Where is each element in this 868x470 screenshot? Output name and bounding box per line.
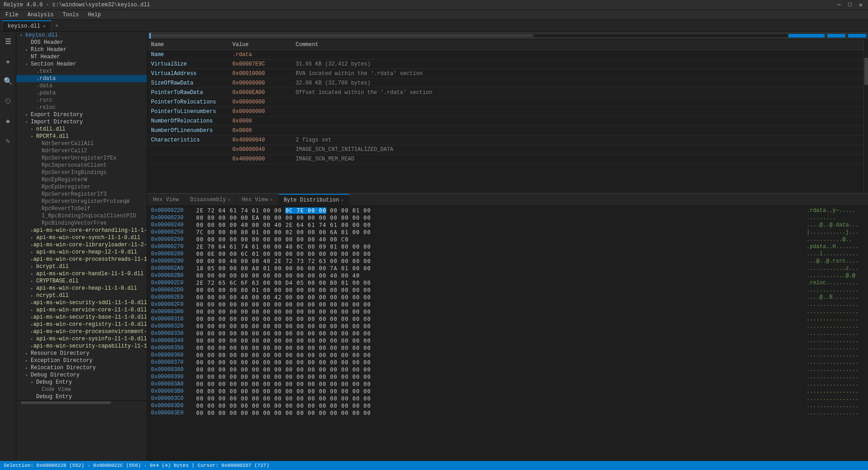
tree-rsrc[interactable]: .rsrc xyxy=(16,97,147,104)
prop-row[interactable]: SizeOfRawData0x0000800032.00 KB (32,768 … xyxy=(147,79,863,88)
hex-row[interactable]: 0x00000300 00 00 00 00 00 00 00 00 00 00… xyxy=(147,308,868,315)
hex-row[interactable]: 0x00000340 00 00 00 00 00 00 00 00 00 00… xyxy=(147,337,868,344)
tree-RpcRevertToSelf[interactable]: RpcRevertToSelf xyxy=(16,205,147,212)
hex-row[interactable]: 0x000002C0 2E 72 65 6C 6F 63 00 00 D4 05… xyxy=(147,279,868,287)
tree-resource-dir[interactable]: Resource Directory xyxy=(16,350,147,357)
tree-pdata[interactable]: .pdata xyxy=(16,89,147,97)
tree-reloc[interactable]: .reloc xyxy=(16,104,147,111)
tree-service-core[interactable]: api-ms-win-service-core-l1-1-0.dll xyxy=(16,306,147,314)
prop-row[interactable]: PointerToLinenumbers0x00000000 xyxy=(147,107,863,117)
tree-sddl[interactable]: api-ms-win-security-sddl-l1-1-0.dll xyxy=(16,299,147,306)
tree-errorhandling[interactable]: api-ms-win-core-errorhandling-l1-1-0.dll xyxy=(16,227,147,234)
tree-processenvironment[interactable]: api-ms-win-core-processenvironment-l1-1-… xyxy=(16,328,147,335)
prop-row[interactable]: VirtualSize0x00007E9C31.65 KB (32,412 by… xyxy=(147,60,863,69)
tree-RpcEpUnregister[interactable]: RpcEpUnregister xyxy=(16,183,147,191)
filetab-add[interactable]: + xyxy=(52,21,62,31)
tree-registry[interactable]: api-ms-win-core-registry-l1-1-0.dll xyxy=(16,321,147,328)
tree-RpcBindingVectorFree[interactable]: RpcBindingVectorFree xyxy=(16,220,147,227)
hex-row[interactable]: 0x000002E0 00 00 00 00 40 00 00 42 00 00… xyxy=(147,294,868,301)
hex-row[interactable]: 0x000002A0 18 05 00 00 00 A0 01 00 00 06… xyxy=(147,265,868,272)
hex-row[interactable]: 0x000003A0 00 00 00 00 00 00 00 00 00 00… xyxy=(147,381,868,388)
menu-tools[interactable]: Tools xyxy=(59,11,82,19)
minimize-button[interactable]: ─ xyxy=(835,1,843,9)
hex-row[interactable]: 0x00000350 00 00 00 00 00 00 00 00 00 00… xyxy=(147,344,868,352)
tree-handle[interactable]: api-ms-win-core-handle-l1-1-0.dll xyxy=(16,270,147,277)
tree-section-header[interactable]: Section Header xyxy=(16,61,147,68)
tree-RpcServerUnregisterIfEx[interactable]: RpcServerUnregisterIfEx xyxy=(16,155,147,162)
hex-row[interactable]: 0x00000390 00 00 00 00 00 00 00 00 00 00… xyxy=(147,373,868,381)
tree-debug-entry-1[interactable]: Debug Entry xyxy=(16,379,147,386)
view-tab-bytedist[interactable]: Byte Distribution ✕ xyxy=(278,194,349,206)
menu-help[interactable]: Help xyxy=(84,11,104,19)
view-tab-hex2[interactable]: Hex View ✕ xyxy=(236,194,278,205)
tree-libraryloader[interactable]: api-ms-win-core-libraryloader-l1-2-0.dll xyxy=(16,241,147,249)
hex-row[interactable]: 0x00000250 7C 00 00 00 80 01 00 00 02 00… xyxy=(147,229,868,236)
restore-button[interactable]: □ xyxy=(846,1,854,9)
tree-RpcEpRegisterW[interactable]: RpcEpRegisterW xyxy=(16,176,147,183)
tree-ncrypt[interactable]: ncrypt.dll xyxy=(16,292,147,299)
tree-code-view[interactable]: Code View xyxy=(16,386,147,393)
tree-RpcServerUnregisterProtseqW[interactable]: RpcServerUnregisterProtseqW xyxy=(16,198,147,205)
hex-row[interactable]: 0x000002D0 00 06 00 00 80 01 00 00 00 00… xyxy=(147,287,868,294)
hex-row[interactable]: 0x00000370 00 00 00 00 00 00 00 00 00 00… xyxy=(147,359,868,366)
hex-row[interactable]: 0x00000360 00 00 00 00 00 00 00 00 00 00… xyxy=(147,352,868,359)
tree-nt-header[interactable]: NT Header xyxy=(16,53,147,61)
hex-row[interactable]: 0x000003E0 00 00 00 00 00 00 00 00 00 00… xyxy=(147,409,868,417)
tree-RpcImpersonateClient[interactable]: RpcImpersonateClient xyxy=(16,162,147,169)
hex-row[interactable]: 0x00000330 00 00 00 00 00 00 00 00 00 00… xyxy=(147,330,868,337)
hex-row[interactable]: 0x00000280 00 0E 00 00 6C 01 00 00 00 00… xyxy=(147,250,868,258)
hex-row[interactable]: 0x00000240 00 00 00 00 40 00 00 40 2E 64… xyxy=(147,221,868,229)
tree-debug-dir[interactable]: Debug Directory xyxy=(16,371,147,379)
hex-row[interactable]: 0x000003B0 00 00 00 00 00 00 00 00 00 00… xyxy=(147,388,868,395)
tree-NdrServerCall2[interactable]: NdrServerCall2 xyxy=(16,147,147,155)
tree-heap-l2[interactable]: api-ms-win-core-heap-l2-1-0.dll xyxy=(16,249,147,256)
tree-synch[interactable]: api-ms-win-core-synch-l1-1-0.dll xyxy=(16,234,147,241)
hex-row[interactable]: 0x00000270 2E 70 64 61 74 61 00 00 48 0C… xyxy=(147,243,868,250)
hex-row[interactable]: 0x00000380 00 00 00 00 00 00 00 00 00 00… xyxy=(147,366,868,373)
hex-row[interactable]: 0x00000320 00 00 00 00 00 00 00 00 00 00… xyxy=(147,323,868,330)
sidebar-icon-puzzle[interactable]: ✚ xyxy=(2,55,14,68)
tree-rich-header[interactable]: Rich Header xyxy=(16,46,147,53)
tree-RpcServerRegisterIf3[interactable]: RpcServerRegisterIf3 xyxy=(16,191,147,198)
sidebar-icon-tree[interactable]: ☰ xyxy=(2,35,14,48)
sidebar-icon-edit[interactable]: ✎ xyxy=(2,135,14,147)
view-tab-disassembly[interactable]: Disassembly ✕ xyxy=(185,194,236,205)
hex-row[interactable]: 0x000003D0 00 00 00 00 00 00 00 00 00 00… xyxy=(147,402,868,409)
prop-row[interactable]: 0x40000000IMAGE_SCN_MEM_READ xyxy=(147,155,863,164)
tree-panel[interactable]: keyiso.dll DOS Header Rich Header NT Hea… xyxy=(16,32,147,461)
tree-cryptbase[interactable]: CRYPTBASE.dll xyxy=(16,277,147,285)
view-tab-bytedist-close[interactable]: ✕ xyxy=(341,197,344,203)
prop-row[interactable]: PointerToRawData0x0000EA00Offset located… xyxy=(147,88,863,98)
prop-row[interactable]: Characteristics0x400000402 flags set xyxy=(147,136,863,145)
right-scrollbar[interactable] xyxy=(863,40,868,193)
view-tab-hex2-close[interactable]: ✕ xyxy=(269,197,272,202)
tree-processthreads[interactable]: api-ms-win-core-processthreads-l1-1-0.dl… xyxy=(16,256,147,263)
menu-analysis[interactable]: Analysis xyxy=(24,11,57,19)
tree-debug-entry-2[interactable]: Debug Entry xyxy=(16,393,147,400)
prop-row[interactable]: Name.rdata xyxy=(147,50,863,60)
tree-keyiso[interactable]: keyiso.dll xyxy=(16,32,147,39)
hex-row[interactable]: 0x000002F0 00 00 00 00 00 00 00 00 00 00… xyxy=(147,301,868,308)
close-button[interactable]: ✕ xyxy=(857,1,864,9)
tree-capability[interactable]: api-ms-win-security-capability-l1-1-0.dl… xyxy=(16,343,147,350)
prop-row[interactable]: 0x00000040IMAGE_SCN_CNT_INITIALIZED_DATA xyxy=(147,145,863,155)
sidebar-icon-search[interactable]: 🔍 xyxy=(2,75,14,88)
view-tab-disassembly-close[interactable]: ✕ xyxy=(228,197,231,202)
tree-horizontal-scroll[interactable] xyxy=(16,400,147,404)
hex-view[interactable]: 0x00000220 2E 72 64 61 74 61 00 00 0C 7E… xyxy=(147,206,868,461)
prop-row[interactable]: NumberOfLinenumbers0x0000 xyxy=(147,126,863,136)
filetab-close[interactable]: ✕ xyxy=(43,24,46,29)
tree-export-dir[interactable]: Export Directory xyxy=(16,111,147,118)
tree-I_RpcBindingInqLocalClientPID[interactable]: I_RpcBindingInqLocalClientPID xyxy=(16,212,147,220)
hex-row[interactable]: 0x000002B0 00 00 00 00 00 00 00 00 00 00… xyxy=(147,272,868,279)
tree-bcrypt[interactable]: bcrypt.dll xyxy=(16,263,147,270)
tree-ntdll[interactable]: ntdll.dll xyxy=(16,126,147,133)
hex-row[interactable]: 0x00000290 00 00 00 40 00 00 40 2E 72 73… xyxy=(147,258,868,265)
menu-file[interactable]: File xyxy=(2,11,22,19)
hex-row[interactable]: 0x00000260 00 00 00 00 00 00 00 00 00 00… xyxy=(147,236,868,243)
tree-rdata[interactable]: .rdata xyxy=(16,75,147,82)
prop-row[interactable]: VirtualAddress0x00010000RVA located with… xyxy=(147,69,863,79)
hex-row[interactable]: 0x00000230 00 80 00 00 00 EA 00 00 00 00… xyxy=(147,214,868,221)
tree-relocation-dir[interactable]: Relocation Directory xyxy=(16,364,147,371)
tree-sysinfo[interactable]: api-ms-win-core-sysinfo-l1-1-0.dll xyxy=(16,335,147,343)
